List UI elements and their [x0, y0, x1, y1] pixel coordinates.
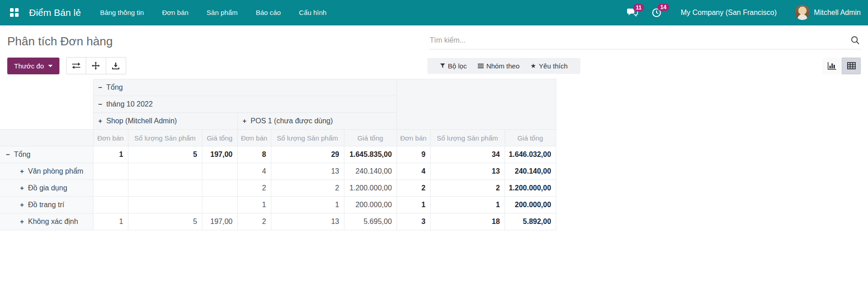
- menu-dashboard[interactable]: Bảng thông tin: [100, 9, 144, 16]
- search-box: [429, 34, 861, 49]
- row-header-housewares[interactable]: +Đồ gia dụng: [0, 180, 93, 197]
- groupby-label: Nhóm theo: [486, 62, 520, 70]
- view-switcher: [823, 58, 861, 74]
- cell: 1.200.000,00: [505, 180, 556, 197]
- download-icon: [112, 62, 119, 69]
- measure-header[interactable]: Đơn bán: [237, 130, 271, 146]
- col-header-month[interactable]: −tháng 10 2022: [93, 96, 397, 113]
- menu-orders[interactable]: Đơn bán: [162, 9, 188, 16]
- messages-count-badge[interactable]: 11: [633, 4, 644, 11]
- col-header-total[interactable]: −Tổng: [93, 79, 397, 96]
- row-header-decor[interactable]: +Đồ trang trí: [0, 197, 93, 214]
- cell: 4: [237, 163, 271, 180]
- row-header-total[interactable]: −Tổng: [0, 146, 93, 163]
- flip-axis-button[interactable]: [66, 57, 86, 74]
- measure-header[interactable]: Giá tổng: [202, 130, 237, 146]
- favorites-label: Yêu thích: [539, 62, 568, 70]
- row-header-undefined[interactable]: +Không xác định: [0, 214, 93, 230]
- cell: 9: [397, 146, 430, 163]
- measure-header[interactable]: Giá tổng: [505, 130, 556, 146]
- search-input[interactable]: [430, 36, 851, 44]
- activities-count-badge[interactable]: 14: [657, 4, 669, 11]
- cell: 197,00: [202, 146, 237, 163]
- measure-header[interactable]: Giá tổng: [344, 130, 397, 146]
- cell: 13: [430, 163, 505, 180]
- cell: 1: [430, 197, 505, 214]
- bar-chart-view-button[interactable]: [823, 58, 842, 74]
- cell: [202, 197, 237, 214]
- expand-icon[interactable]: +: [20, 218, 24, 225]
- cell: 8: [237, 146, 271, 163]
- cell: 1: [397, 197, 430, 214]
- measure-header[interactable]: Số lượng Sản phẩm: [430, 130, 505, 146]
- expand-icon[interactable]: +: [98, 117, 103, 125]
- favorites-button[interactable]: ★ Yêu thích: [530, 62, 568, 70]
- cell: 2: [237, 180, 271, 197]
- cell: [202, 180, 237, 197]
- caret-down-icon: [48, 65, 53, 67]
- cell: 1.646.032,00: [505, 146, 556, 163]
- arrows-all-icon: [92, 62, 100, 70]
- groupby-button[interactable]: Nhóm theo: [478, 62, 520, 70]
- breadcrumb-search-row: Phân tích Đơn hàng: [0, 25, 868, 52]
- cell: [128, 197, 202, 214]
- filters-button[interactable]: Bộ lọc: [440, 62, 467, 70]
- cell: [128, 163, 202, 180]
- top-navbar: Điểm Bán lẻ Bảng thông tin Đơn bán Sản p…: [0, 0, 868, 25]
- cell: 240.140,00: [505, 163, 556, 180]
- menu-configuration[interactable]: Cấu hình: [299, 9, 327, 16]
- table-row: +Đồ gia dụng 2 2 1.200.000,00 2 2 1.200.…: [0, 180, 556, 197]
- cell: 1: [271, 197, 344, 214]
- cell: 13: [271, 163, 344, 180]
- expand-icon[interactable]: +: [20, 184, 24, 192]
- collapse-icon[interactable]: −: [98, 83, 103, 91]
- groupby-bars-icon: [478, 63, 484, 68]
- cell: 2: [430, 180, 505, 197]
- cell: 2: [271, 180, 344, 197]
- table-row: +Văn phòng phẩm 4 13 240.140,00 4 13 240…: [0, 163, 556, 180]
- activities-button[interactable]: 14: [652, 8, 662, 18]
- cell: [93, 180, 128, 197]
- user-name: Mitchell Admin: [814, 9, 861, 17]
- pivot-view-button[interactable]: [842, 58, 861, 74]
- messages-button[interactable]: 11: [627, 8, 638, 17]
- user-menu[interactable]: Mitchell Admin: [795, 5, 861, 20]
- expand-all-button[interactable]: [86, 57, 106, 74]
- measure-header[interactable]: Số lượng Sản phẩm: [128, 130, 202, 146]
- page-title: Phân tích Đơn hàng: [7, 34, 429, 49]
- cell: 5.892,00: [505, 214, 556, 230]
- search-icon[interactable]: [851, 36, 860, 45]
- expand-icon[interactable]: +: [20, 167, 24, 175]
- control-panel: Thước đo: [0, 52, 868, 75]
- row-header-office-supplies[interactable]: +Văn phòng phẩm: [0, 163, 93, 180]
- col-header-shop[interactable]: +Shop (Mitchell Admin): [93, 113, 237, 130]
- cell: 18: [430, 214, 505, 230]
- measure-corner: [0, 130, 93, 146]
- cell: 29: [271, 146, 344, 163]
- cell: 1.200.000,00: [344, 180, 397, 197]
- measure-header[interactable]: Đơn bán: [397, 130, 430, 146]
- app-title[interactable]: Điểm Bán lẻ: [29, 7, 81, 18]
- pivot-grid-icon: [847, 62, 856, 69]
- col-header-pos1[interactable]: +POS 1 (chưa được dùng): [237, 113, 397, 130]
- menu-reporting[interactable]: Báo cáo: [256, 9, 281, 16]
- measure-header[interactable]: Đơn bán: [93, 130, 128, 146]
- cell: 200.000,00: [505, 197, 556, 214]
- expand-icon[interactable]: +: [243, 117, 247, 125]
- measure-header[interactable]: Số lượng Sản phẩm: [271, 130, 344, 146]
- collapse-icon[interactable]: −: [98, 100, 103, 108]
- apps-grid-icon[interactable]: [10, 8, 20, 18]
- cell: 2: [237, 214, 271, 230]
- table-row: +Không xác định 1 5 197,00 2 13 5.695,00…: [0, 214, 556, 230]
- cell: 34: [430, 146, 505, 163]
- download-xlsx-button[interactable]: [106, 57, 126, 74]
- cell: [202, 163, 237, 180]
- cell: 5: [128, 146, 202, 163]
- company-switcher[interactable]: My Company (San Francisco): [681, 9, 777, 17]
- menu-products[interactable]: Sản phẩm: [206, 9, 237, 16]
- expand-icon[interactable]: +: [20, 201, 24, 209]
- measures-dropdown-button[interactable]: Thước đo: [7, 58, 59, 74]
- cell: 1.645.835,00: [344, 146, 397, 163]
- collapse-icon[interactable]: −: [6, 150, 10, 158]
- cell: [93, 197, 128, 214]
